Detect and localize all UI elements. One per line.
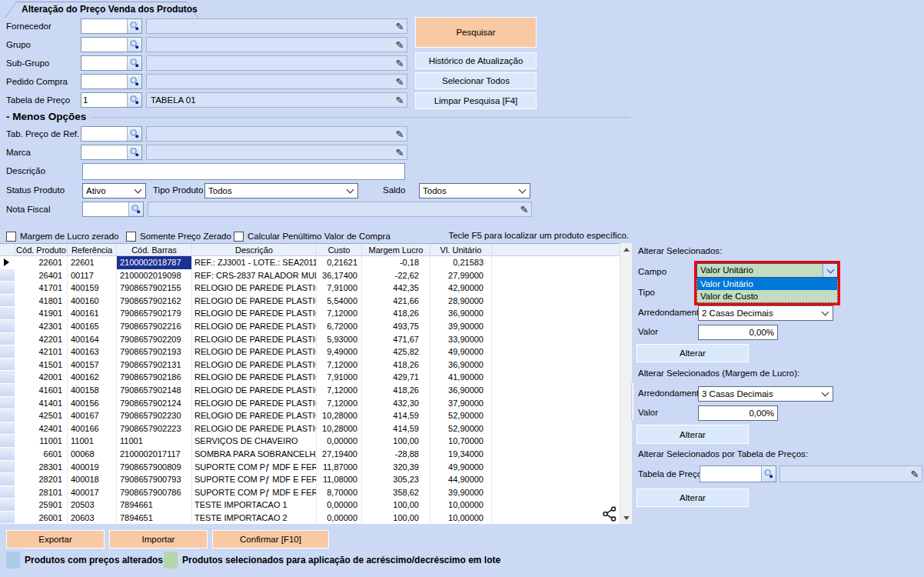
cell-cod-barras[interactable]: 7908657902216 xyxy=(117,320,192,333)
table-row[interactable]: 28301 400019 7908657900809 SUPORTE COM P… xyxy=(0,461,620,474)
cell-cod-barras[interactable]: 7894661 xyxy=(117,499,192,512)
lookup-search-button[interactable] xyxy=(128,202,143,216)
cell-cod-barras[interactable]: 7908657900793 xyxy=(117,473,192,486)
table-row[interactable]: 41501 400157 7908657902131 RELOGIO DE PA… xyxy=(0,359,620,372)
cell-cod-barras[interactable]: 7908657902162 xyxy=(117,295,192,308)
row-selector[interactable] xyxy=(0,499,15,512)
panel-splitter-handle[interactable] xyxy=(631,382,635,422)
scroll-down-button[interactable] xyxy=(620,512,633,524)
exportar-button[interactable]: Exportar xyxy=(6,530,105,549)
row-selector[interactable] xyxy=(0,295,15,308)
cell-cod-barras[interactable]: 7908657900809 xyxy=(117,461,192,474)
table-row[interactable]: 42401 400166 7908657902223 RELOGIO DE PA… xyxy=(0,422,620,435)
checkbox[interactable] xyxy=(6,232,16,242)
row-selector[interactable] xyxy=(0,359,15,372)
code-input[interactable] xyxy=(81,56,127,70)
cell-cod-barras[interactable]: 7908657902124 xyxy=(117,397,192,410)
importar-button[interactable]: Importar xyxy=(109,530,208,549)
pesquisar-button[interactable]: Pesquisar xyxy=(415,17,537,48)
historico-atualizacao-button[interactable]: Histórico de Atualização xyxy=(415,52,537,69)
cell-cod-barras[interactable]: 7908657902209 xyxy=(117,333,192,346)
dropdown-option[interactable]: Valor Unitário xyxy=(697,278,837,290)
column-header-descricao[interactable]: Descrição xyxy=(192,244,317,256)
tabela-preco-input[interactable] xyxy=(700,466,761,482)
column-header-cod-produto[interactable]: Cód. Produto xyxy=(15,244,68,256)
row-selector[interactable] xyxy=(0,512,15,525)
checkbox-option[interactable]: Calcular Penúltimo Valor de Compra xyxy=(234,230,391,242)
code-input[interactable] xyxy=(81,145,127,159)
limpar-pesquisa-button[interactable]: Limpar Pesquisa [F4] xyxy=(415,92,537,109)
row-selector[interactable] xyxy=(0,435,15,448)
dropdown-option[interactable]: Valor de Custo xyxy=(697,290,837,302)
table-row[interactable]: 41701 400159 7908657902155 RELOGIO DE PA… xyxy=(0,282,620,295)
scroll-up-button[interactable] xyxy=(620,243,633,255)
table-row[interactable]: 26001 20603 7894651 TESTE IMPORTACAO 2 0… xyxy=(0,512,620,525)
row-selector[interactable] xyxy=(0,269,15,282)
tab-close-icon[interactable]: ✕ xyxy=(176,2,183,18)
valor1-input[interactable] xyxy=(698,325,778,340)
row-selector[interactable] xyxy=(0,371,15,384)
menos-opcoes-title[interactable]: - Menos Opções xyxy=(6,111,86,122)
checkbox[interactable] xyxy=(126,232,136,242)
cell-cod-barras[interactable]: 7908657902131 xyxy=(117,359,192,372)
cell-cod-barras[interactable]: 7908657902223 xyxy=(117,422,192,435)
table-row[interactable]: 26401 00117 2100002019098 REF: CRS-2837 … xyxy=(0,269,620,282)
checkbox[interactable] xyxy=(234,232,244,242)
row-selector[interactable] xyxy=(0,461,15,474)
arredondamento2-select[interactable]: 3 Casas Decimais xyxy=(698,386,833,402)
cell-cod-barras[interactable]: 2100002019098 xyxy=(117,269,192,282)
table-row[interactable]: 42301 400165 7908657902216 RELOGIO DE PA… xyxy=(0,320,620,333)
lookup-search-button[interactable] xyxy=(761,466,776,482)
campo-dropdown-button[interactable] xyxy=(823,264,837,277)
pencil-icon[interactable]: ✎ xyxy=(393,148,407,158)
pencil-icon[interactable]: ✎ xyxy=(908,469,922,479)
lookup-search-button[interactable] xyxy=(127,38,141,52)
window-tab[interactable]: Alteração do Preço Venda dos Produtos ✕ xyxy=(5,2,198,18)
row-selector[interactable] xyxy=(0,384,15,397)
cell-cod-barras[interactable]: 7908657902193 xyxy=(117,345,192,359)
column-header-cod-barras[interactable]: Cód. Barras xyxy=(117,244,192,256)
table-row[interactable]: 25901 20503 7894661 TESTE IMPORTACAO 1 0… xyxy=(0,499,620,512)
pencil-icon[interactable]: ✎ xyxy=(517,205,531,215)
code-input[interactable] xyxy=(81,19,127,33)
campo-select[interactable]: Valor Unitário xyxy=(696,263,838,278)
table-row[interactable]: 6601 00068 2100002017117 SOMBRA PARA SOB… xyxy=(0,448,620,461)
lookup-search-button[interactable] xyxy=(127,56,141,70)
alterar3-button[interactable]: Alterar xyxy=(636,489,749,507)
lookup-search-button[interactable] xyxy=(127,127,141,141)
column-header-margem-lucro[interactable]: Margem Lucro xyxy=(362,244,430,256)
row-selector[interactable] xyxy=(0,448,15,461)
row-selector[interactable] xyxy=(0,320,15,333)
selecionar-todos-button[interactable]: Selecionar Todos xyxy=(415,72,537,89)
code-input[interactable] xyxy=(81,38,127,52)
row-selector[interactable] xyxy=(0,345,15,359)
cell-cod-barras[interactable]: 11001 xyxy=(117,435,192,448)
cell-cod-barras[interactable]: 7894651 xyxy=(117,512,192,525)
table-row[interactable]: 41401 400156 7908657902124 RELOGIO DE PA… xyxy=(0,397,620,410)
pencil-icon[interactable]: ✎ xyxy=(393,77,407,87)
row-selector[interactable] xyxy=(0,333,15,346)
pencil-icon[interactable]: ✎ xyxy=(393,58,407,68)
column-header-referencia[interactable]: Referência xyxy=(68,244,117,256)
valor2-input[interactable] xyxy=(698,405,778,421)
pencil-icon[interactable]: ✎ xyxy=(393,95,407,105)
pencil-icon[interactable]: ✎ xyxy=(393,22,407,32)
alterar1-button[interactable]: Alterar xyxy=(636,344,749,362)
column-header-vl-unitario[interactable]: Vl. Unitário xyxy=(430,244,492,256)
table-row[interactable]: 41901 400161 7908657902179 RELOGIO DE PA… xyxy=(0,307,620,320)
share-icon[interactable] xyxy=(601,505,618,522)
cell-cod-barras[interactable]: 7908657900786 xyxy=(117,486,192,499)
row-selector[interactable] xyxy=(0,282,15,295)
checkbox-option[interactable]: Somente Preço Zerado xyxy=(126,230,231,242)
descricao-input[interactable] xyxy=(82,163,405,180)
cell-cod-barras[interactable]: 7908657902179 xyxy=(117,307,192,320)
table-row[interactable]: 42001 400162 7908657902186 RELOGIO DE PA… xyxy=(0,371,620,384)
lookup-search-button[interactable] xyxy=(127,19,141,33)
row-selector[interactable] xyxy=(0,486,15,499)
cell-cod-barras[interactable]: 7908657902155 xyxy=(117,282,192,295)
row-selector[interactable] xyxy=(0,307,15,320)
code-input[interactable] xyxy=(81,127,127,141)
cell-cod-barras[interactable]: 7908657902186 xyxy=(117,371,192,384)
lookup-search-button[interactable] xyxy=(127,145,141,159)
table-row[interactable]: 22601 22601 2100002018787 REF.: ZJ3001 -… xyxy=(0,256,620,269)
